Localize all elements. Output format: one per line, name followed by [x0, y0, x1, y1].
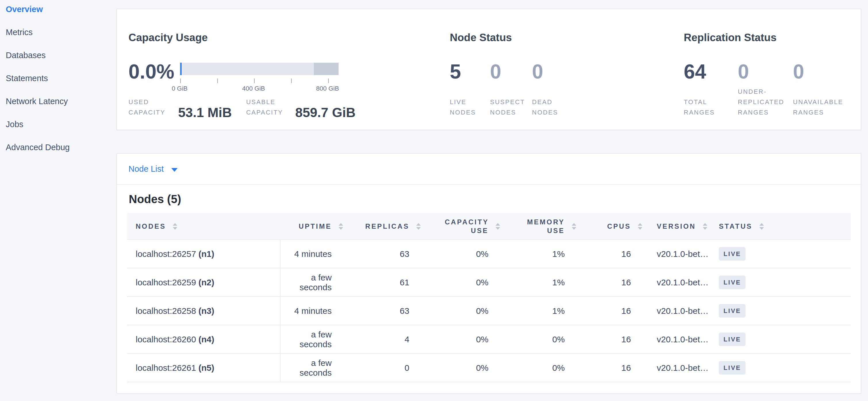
- table-row-node-1[interactable]: localhost:26257 (n1) 4 minutes 63 0% 1% …: [127, 239, 851, 268]
- replication-status-title: Replication Status: [684, 32, 868, 44]
- node-status-title: Node Status: [450, 32, 651, 44]
- table-row-node-3[interactable]: localhost:26258 (n3) 4 minutes 63 0% 1% …: [127, 296, 851, 325]
- table-row-node-4[interactable]: localhost:26260 (n4) a few seconds 4 0% …: [127, 325, 851, 353]
- capacity-bar-reserved-segment: [314, 63, 339, 75]
- axis-tick-label: 800 GiB: [316, 85, 339, 92]
- capacity-stats: USED CAPACITY 53.1 MiB USABLE CAPACITY 8…: [128, 97, 355, 118]
- status-badge: LIVE: [719, 276, 746, 289]
- sidebar-item-network-latency[interactable]: Network Latency: [0, 92, 116, 115]
- node-replicas: 61: [350, 268, 428, 296]
- node-uptime: a few seconds: [280, 325, 350, 353]
- chevron-down-icon: [171, 168, 178, 172]
- column-header-uptime[interactable]: UPTIME: [280, 213, 350, 239]
- sidebar-item-databases[interactable]: Databases: [0, 46, 116, 69]
- node-uptime: a few seconds: [280, 353, 350, 382]
- nodes-table: NODES UPTIME REPLICAS CAPACITY USE MEMOR…: [127, 213, 851, 382]
- node-replicas: 0: [350, 353, 428, 382]
- live-nodes-value: 5: [450, 60, 490, 83]
- capacity-usage-section: Capacity Usage 0.0% 0 GiB400 GiB800 GiB …: [128, 9, 355, 130]
- node-id: (n3): [198, 306, 214, 316]
- node-memory-use: 1%: [507, 239, 583, 268]
- node-cpus: 16: [583, 239, 649, 268]
- node-list-dropdown-label: Node List: [128, 164, 164, 174]
- column-header-capacity-use[interactable]: CAPACITY USE: [428, 213, 507, 239]
- axis-tick-label: 400 GiB: [242, 85, 265, 92]
- node-version: v20.1.0-bet…: [649, 239, 711, 268]
- cluster-summary-card: Capacity Usage 0.0% 0 GiB400 GiB800 GiB …: [116, 9, 861, 130]
- dead-nodes-label: DEAD NODES: [532, 97, 564, 118]
- column-header-nodes[interactable]: NODES: [127, 213, 280, 239]
- node-id: (n1): [198, 249, 214, 259]
- total-ranges-value: 64: [684, 60, 738, 83]
- sidebar-item-statements[interactable]: Statements: [0, 69, 116, 92]
- node-cpus: 16: [583, 296, 649, 325]
- axis-tick-label: 0 GiB: [172, 85, 187, 92]
- status-badge: LIVE: [719, 304, 746, 318]
- sidebar-item-jobs[interactable]: Jobs: [0, 115, 116, 138]
- node-cpus: 16: [583, 353, 649, 382]
- used-capacity-stat: USED CAPACITY 53.1 MiB: [128, 97, 232, 118]
- sidebar-item-advanced-debug[interactable]: Advanced Debug: [0, 138, 116, 161]
- sort-icon: [703, 223, 707, 230]
- usable-capacity-label: USABLE CAPACITY: [246, 97, 287, 118]
- column-header-replicas[interactable]: REPLICAS: [350, 213, 428, 239]
- node-id: (n5): [198, 363, 214, 373]
- axis-tick: [328, 79, 329, 83]
- node-version: v20.1.0-bet…: [649, 268, 711, 296]
- dead-nodes-value: 0: [532, 60, 575, 83]
- node-capacity-use: 0%: [428, 325, 507, 353]
- sidebar-item-metrics[interactable]: Metrics: [0, 23, 116, 46]
- node-list-dropdown[interactable]: Node List: [128, 164, 178, 174]
- node-capacity-use: 0%: [428, 239, 507, 268]
- table-header-row: NODES UPTIME REPLICAS CAPACITY USE MEMOR…: [127, 213, 851, 239]
- node-address: localhost:26258: [136, 306, 196, 316]
- sort-icon: [339, 223, 343, 230]
- node-version: v20.1.0-bet…: [649, 325, 711, 353]
- node-version: v20.1.0-bet…: [649, 296, 711, 325]
- node-capacity-use: 0%: [428, 353, 507, 382]
- sidebar-item-overview[interactable]: Overview: [0, 0, 116, 23]
- status-badge: LIVE: [719, 333, 746, 346]
- table-row-node-2[interactable]: localhost:26259 (n2) a few seconds 61 0%…: [127, 268, 851, 296]
- node-id: (n4): [198, 335, 214, 344]
- node-address: localhost:26260: [136, 335, 196, 344]
- usable-capacity-stat: USABLE CAPACITY 859.7 GiB: [246, 97, 355, 118]
- table-row-node-5[interactable]: localhost:26261 (n5) a few seconds 0 0% …: [127, 353, 851, 382]
- column-header-cpus[interactable]: CPUS: [583, 213, 649, 239]
- column-header-version[interactable]: VERSION: [649, 213, 711, 239]
- main-content: Capacity Usage 0.0% 0 GiB400 GiB800 GiB …: [116, 0, 861, 394]
- node-memory-use: 1%: [507, 268, 583, 296]
- node-uptime: a few seconds: [280, 268, 350, 296]
- suspect-nodes-metric: 0 SUSPECT NODES: [490, 60, 532, 118]
- node-address: localhost:26257: [136, 249, 196, 259]
- sidebar: Overview Metrics Databases Statements Ne…: [0, 0, 116, 401]
- node-address: localhost:26261: [136, 363, 196, 373]
- node-memory-use: 0%: [507, 325, 583, 353]
- node-capacity-use: 0%: [428, 268, 507, 296]
- sort-icon: [638, 223, 642, 230]
- suspect-nodes-label: SUSPECT NODES: [490, 97, 527, 118]
- node-uptime: 4 minutes: [280, 239, 350, 268]
- capacity-axis: 0 GiB400 GiB800 GiB: [180, 75, 339, 93]
- column-header-status[interactable]: STATUS: [711, 213, 851, 239]
- under-replicated-ranges-metric: 0 UNDER-REPLICATED RANGES: [738, 60, 793, 118]
- node-id: (n2): [198, 278, 214, 287]
- dead-nodes-metric: 0 DEAD NODES: [532, 60, 575, 118]
- usable-capacity-value: 859.7 GiB: [295, 106, 355, 119]
- column-header-memory-use[interactable]: MEMORY USE: [507, 213, 583, 239]
- unavailable-ranges-metric: 0 UNAVAILABLE RANGES: [793, 60, 862, 118]
- replication-status-section: Replication Status 64 TOTAL RANGES 0 UND…: [684, 9, 868, 130]
- capacity-usage-title: Capacity Usage: [128, 32, 355, 44]
- used-capacity-value: 53.1 MiB: [178, 106, 232, 119]
- nodes-section: Nodes (5) NODES UPTIME REPLICAS CAPACITY…: [117, 193, 861, 393]
- axis-tick: [291, 79, 292, 83]
- status-badge: LIVE: [719, 247, 746, 261]
- sort-icon: [572, 223, 576, 230]
- sort-icon: [416, 223, 421, 230]
- total-ranges-metric: 64 TOTAL RANGES: [684, 60, 738, 118]
- node-list-card: Node List Nodes (5) NODES UPTIME REPLICA…: [116, 153, 861, 394]
- sort-icon: [173, 223, 177, 230]
- nodes-count-title: Nodes (5): [129, 193, 851, 206]
- node-replicas: 63: [350, 296, 428, 325]
- node-address: localhost:26259: [136, 278, 196, 287]
